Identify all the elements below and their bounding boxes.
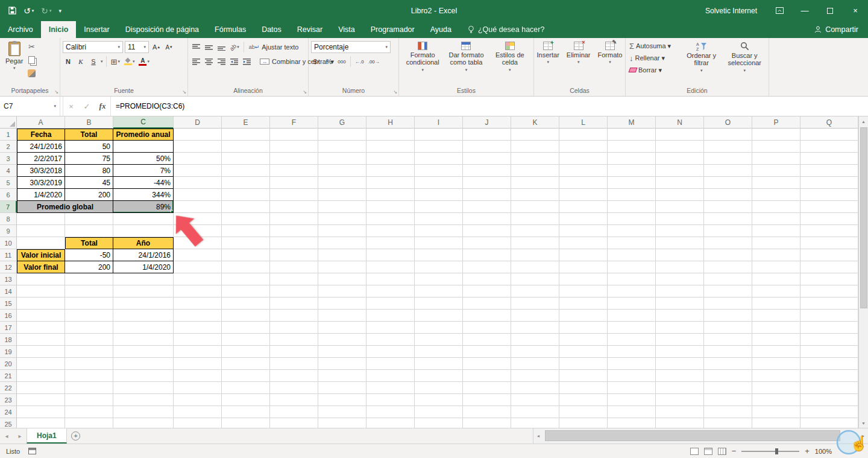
tab-vista[interactable]: Vista <box>330 21 363 38</box>
cell-L25[interactable] <box>559 418 608 428</box>
sheet-tab-hoja1[interactable]: Hoja1 <box>27 428 67 444</box>
cell-E10[interactable] <box>222 237 270 249</box>
cell-P19[interactable] <box>752 346 800 358</box>
cell-O1[interactable] <box>704 129 752 141</box>
cell-K19[interactable] <box>511 346 559 358</box>
cell-F10[interactable] <box>270 237 318 249</box>
cell-M21[interactable] <box>608 370 656 382</box>
cell-A25[interactable] <box>17 418 65 428</box>
row-header-19[interactable]: 19 <box>0 346 17 358</box>
cell-I23[interactable] <box>415 394 463 406</box>
cell-L12[interactable] <box>559 261 608 273</box>
cell-B20[interactable] <box>65 358 113 370</box>
cell-Q14[interactable] <box>800 285 858 297</box>
cell-F23[interactable] <box>270 394 318 406</box>
cell-N18[interactable] <box>656 334 704 346</box>
cell-L24[interactable] <box>559 406 608 418</box>
cell-N6[interactable] <box>656 189 704 201</box>
cell-J5[interactable] <box>463 177 511 189</box>
normal-view-icon[interactable] <box>690 448 699 455</box>
row-header-15[interactable]: 15 <box>0 297 17 310</box>
column-header-o[interactable]: O <box>704 116 752 129</box>
cell-N1[interactable] <box>656 129 704 141</box>
cell-K6[interactable] <box>511 189 559 201</box>
cell-D6[interactable] <box>174 189 222 201</box>
cell-E8[interactable] <box>222 213 270 225</box>
cell-Q2[interactable] <box>800 141 858 153</box>
increase-font-button[interactable]: A▴ <box>151 41 162 53</box>
cell-P5[interactable] <box>752 177 800 189</box>
cell-P7[interactable] <box>752 201 800 213</box>
increase-indent-button[interactable] <box>241 56 252 68</box>
cell-G13[interactable] <box>318 273 366 285</box>
cell-F17[interactable] <box>270 322 318 334</box>
row-header-2[interactable]: 2 <box>0 141 17 153</box>
cell-G20[interactable] <box>318 358 366 370</box>
cell-B3[interactable]: 75 <box>65 153 113 165</box>
cell-F7[interactable] <box>270 201 318 213</box>
cell-B19[interactable] <box>65 346 113 358</box>
cell-Q25[interactable] <box>800 418 858 428</box>
cell-C17[interactable] <box>113 322 174 334</box>
cell-Q12[interactable] <box>800 261 858 273</box>
cell-D13[interactable] <box>174 273 222 285</box>
qat-customize-button[interactable]: ▾ <box>59 8 62 14</box>
cell-O25[interactable] <box>704 418 752 428</box>
cell-H18[interactable] <box>366 334 415 346</box>
format-painter-button[interactable] <box>26 67 37 79</box>
cell-F8[interactable] <box>270 213 318 225</box>
cell-G5[interactable] <box>318 177 366 189</box>
cell-F12[interactable] <box>270 261 318 273</box>
increase-decimal-button[interactable]: ←.0 <box>354 56 365 68</box>
new-sheet-button[interactable]: + <box>67 428 85 444</box>
cell-O8[interactable] <box>704 213 752 225</box>
cell-O13[interactable] <box>704 273 752 285</box>
cell-C5[interactable]: -44% <box>113 177 174 189</box>
cell-H19[interactable] <box>366 346 415 358</box>
row-header-14[interactable]: 14 <box>0 285 17 297</box>
column-header-k[interactable]: K <box>511 116 559 129</box>
column-header-e[interactable]: E <box>222 116 270 129</box>
page-layout-view-icon[interactable] <box>704 448 712 455</box>
decrease-font-button[interactable]: A▾ <box>163 41 174 53</box>
cell-I2[interactable] <box>415 141 463 153</box>
cell-G24[interactable] <box>318 406 366 418</box>
cell-K18[interactable] <box>511 334 559 346</box>
cell-J15[interactable] <box>463 297 511 310</box>
cell-O5[interactable] <box>704 177 752 189</box>
cell-Q15[interactable] <box>800 297 858 310</box>
cell-P13[interactable] <box>752 273 800 285</box>
cell-C24[interactable] <box>113 406 174 418</box>
cell-J4[interactable] <box>463 165 511 177</box>
cell-C11[interactable]: 24/1/2016 <box>113 249 174 261</box>
cell-F15[interactable] <box>270 297 318 310</box>
row-header-7[interactable]: 7 <box>0 201 17 213</box>
cell-N15[interactable] <box>656 297 704 310</box>
cell-P3[interactable] <box>752 153 800 165</box>
cell-O22[interactable] <box>704 382 752 394</box>
cell-H1[interactable] <box>366 129 415 141</box>
cell-E12[interactable] <box>222 261 270 273</box>
cell-M11[interactable] <box>608 249 656 261</box>
cell-H7[interactable] <box>366 201 415 213</box>
cell-C7[interactable]: 89% <box>113 201 174 213</box>
cell-L5[interactable] <box>559 177 608 189</box>
cell-L15[interactable] <box>559 297 608 310</box>
row-header-20[interactable]: 20 <box>0 358 17 370</box>
cell-E14[interactable] <box>222 285 270 297</box>
cell-Q21[interactable] <box>800 370 858 382</box>
cell-E3[interactable] <box>222 153 270 165</box>
cell-E25[interactable] <box>222 418 270 428</box>
cell-Q10[interactable] <box>800 237 858 249</box>
cell-K22[interactable] <box>511 382 559 394</box>
cell-G22[interactable] <box>318 382 366 394</box>
cell-M13[interactable] <box>608 273 656 285</box>
cell-K8[interactable] <box>511 213 559 225</box>
zoom-slider[interactable] <box>741 451 799 452</box>
conditional-formatting-button[interactable]: Formato condicional ▾ <box>401 40 444 72</box>
cell-N21[interactable] <box>656 370 704 382</box>
cell-E16[interactable] <box>222 310 270 322</box>
cell-A17[interactable] <box>17 322 65 334</box>
row-header-22[interactable]: 22 <box>0 382 17 394</box>
cell-O3[interactable] <box>704 153 752 165</box>
